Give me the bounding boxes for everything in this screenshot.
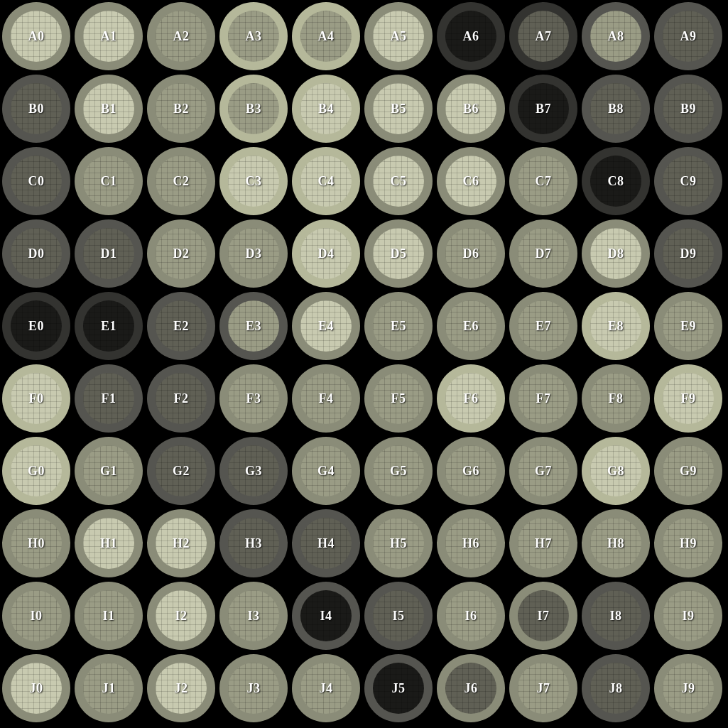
cell-J0[interactable]: J0 [0, 652, 72, 724]
cell-B9[interactable]: B9 [652, 72, 724, 145]
cell-A1[interactable]: A1 [72, 0, 145, 72]
cell-E0[interactable]: E0 [0, 290, 72, 362]
cell-G8[interactable]: G8 [580, 435, 652, 507]
cell-A0[interactable]: A0 [0, 0, 72, 72]
cell-E5[interactable]: E5 [362, 290, 435, 362]
cell-H9[interactable]: H9 [652, 507, 724, 580]
cell-F3[interactable]: F3 [217, 362, 290, 435]
cell-H0[interactable]: H0 [0, 507, 72, 580]
cell-C1[interactable]: C1 [72, 145, 145, 217]
cell-I2[interactable]: I2 [145, 580, 217, 652]
cell-F1[interactable]: F1 [72, 362, 145, 435]
cell-A3[interactable]: A3 [217, 0, 290, 72]
cell-I7[interactable]: I7 [507, 580, 580, 652]
cell-C0[interactable]: C0 [0, 145, 72, 217]
cell-I6[interactable]: I6 [435, 580, 507, 652]
cell-E9[interactable]: E9 [652, 290, 724, 362]
cell-G5[interactable]: G5 [362, 435, 435, 507]
cell-E2[interactable]: E2 [145, 290, 217, 362]
cell-B7[interactable]: B7 [507, 72, 580, 145]
cell-H4[interactable]: H4 [290, 507, 362, 580]
cell-G1[interactable]: G1 [72, 435, 145, 507]
cell-B4[interactable]: B4 [290, 72, 362, 145]
cell-E4[interactable]: E4 [290, 290, 362, 362]
cell-C2[interactable]: C2 [145, 145, 217, 217]
cell-D7[interactable]: D7 [507, 217, 580, 290]
cell-B3[interactable]: B3 [217, 72, 290, 145]
cell-C6[interactable]: C6 [435, 145, 507, 217]
cell-D0[interactable]: D0 [0, 217, 72, 290]
cell-J2[interactable]: J2 [145, 652, 217, 724]
cell-J7[interactable]: J7 [507, 652, 580, 724]
cell-I4[interactable]: I4 [290, 580, 362, 652]
cell-B2[interactable]: B2 [145, 72, 217, 145]
cell-D9[interactable]: D9 [652, 217, 724, 290]
cell-E8[interactable]: E8 [580, 290, 652, 362]
cell-G0[interactable]: G0 [0, 435, 72, 507]
cell-A4[interactable]: A4 [290, 0, 362, 72]
cell-H5[interactable]: H5 [362, 507, 435, 580]
cell-F7[interactable]: F7 [507, 362, 580, 435]
cell-D1[interactable]: D1 [72, 217, 145, 290]
cell-I3[interactable]: I3 [217, 580, 290, 652]
cell-B5[interactable]: B5 [362, 72, 435, 145]
cell-G4[interactable]: G4 [290, 435, 362, 507]
cell-J4[interactable]: J4 [290, 652, 362, 724]
cell-F4[interactable]: F4 [290, 362, 362, 435]
cell-G9[interactable]: G9 [652, 435, 724, 507]
cell-I0[interactable]: I0 [0, 580, 72, 652]
cell-E6[interactable]: E6 [435, 290, 507, 362]
cell-G3[interactable]: G3 [217, 435, 290, 507]
cell-H2[interactable]: H2 [145, 507, 217, 580]
cell-J9[interactable]: J9 [652, 652, 724, 724]
cell-J8[interactable]: J8 [580, 652, 652, 724]
cell-H8[interactable]: H8 [580, 507, 652, 580]
cell-D6[interactable]: D6 [435, 217, 507, 290]
cell-A7[interactable]: A7 [507, 0, 580, 72]
cell-H7[interactable]: H7 [507, 507, 580, 580]
cell-C7[interactable]: C7 [507, 145, 580, 217]
cell-D3[interactable]: D3 [217, 217, 290, 290]
cell-A8[interactable]: A8 [580, 0, 652, 72]
cell-E1[interactable]: E1 [72, 290, 145, 362]
cell-H6[interactable]: H6 [435, 507, 507, 580]
cell-C8[interactable]: C8 [580, 145, 652, 217]
cell-J5[interactable]: J5 [362, 652, 435, 724]
cell-A6[interactable]: A6 [435, 0, 507, 72]
cell-E7[interactable]: E7 [507, 290, 580, 362]
cell-C5[interactable]: C5 [362, 145, 435, 217]
cell-H3[interactable]: H3 [217, 507, 290, 580]
cell-F0[interactable]: F0 [0, 362, 72, 435]
cell-C9[interactable]: C9 [652, 145, 724, 217]
cell-J6[interactable]: J6 [435, 652, 507, 724]
cell-H1[interactable]: H1 [72, 507, 145, 580]
cell-C3[interactable]: C3 [217, 145, 290, 217]
cell-A2[interactable]: A2 [145, 0, 217, 72]
cell-D2[interactable]: D2 [145, 217, 217, 290]
cell-D8[interactable]: D8 [580, 217, 652, 290]
cell-D5[interactable]: D5 [362, 217, 435, 290]
cell-B8[interactable]: B8 [580, 72, 652, 145]
cell-J1[interactable]: J1 [72, 652, 145, 724]
cell-I1[interactable]: I1 [72, 580, 145, 652]
cell-D4[interactable]: D4 [290, 217, 362, 290]
cell-I5[interactable]: I5 [362, 580, 435, 652]
cell-F8[interactable]: F8 [580, 362, 652, 435]
cell-J3[interactable]: J3 [217, 652, 290, 724]
cell-E3[interactable]: E3 [217, 290, 290, 362]
cell-G2[interactable]: G2 [145, 435, 217, 507]
cell-A9[interactable]: A9 [652, 0, 724, 72]
cell-G7[interactable]: G7 [507, 435, 580, 507]
cell-B0[interactable]: B0 [0, 72, 72, 145]
cell-A5[interactable]: A5 [362, 0, 435, 72]
cell-F5[interactable]: F5 [362, 362, 435, 435]
cell-F2[interactable]: F2 [145, 362, 217, 435]
cell-I8[interactable]: I8 [580, 580, 652, 652]
cell-G6[interactable]: G6 [435, 435, 507, 507]
cell-B1[interactable]: B1 [72, 72, 145, 145]
cell-I9[interactable]: I9 [652, 580, 724, 652]
cell-B6[interactable]: B6 [435, 72, 507, 145]
cell-C4[interactable]: C4 [290, 145, 362, 217]
cell-F6[interactable]: F6 [435, 362, 507, 435]
cell-F9[interactable]: F9 [652, 362, 724, 435]
